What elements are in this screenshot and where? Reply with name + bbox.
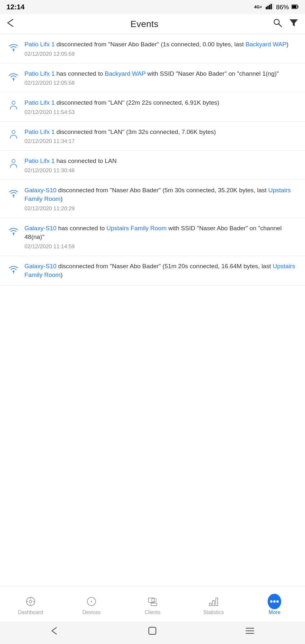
status-bar: 12:14 4G+ 86%	[0, 0, 305, 14]
device-link[interactable]: Galaxy-S10	[24, 225, 56, 232]
event-plain-text: has connected to	[56, 225, 106, 232]
device-link[interactable]: Galaxy-S10	[24, 187, 56, 194]
svg-rect-29	[151, 603, 157, 606]
event-content: Patio Lifx 1 disconnected from "LAN" (22…	[22, 98, 300, 116]
device-link[interactable]: Patio Lifx 1	[24, 70, 55, 77]
ap-link[interactable]: Backyard WAP	[245, 41, 286, 48]
nav-label-statistics: Statistics	[203, 610, 224, 615]
event-timestamp: 02/12/2020 11:54:53	[24, 109, 300, 116]
status-right: 4G+ 86%	[254, 3, 299, 11]
event-timestamp: 02/12/2020 11:30:46	[24, 167, 300, 174]
event-plain-text: disconnected from "Naser Abo Bader" (1s …	[55, 41, 245, 48]
event-text: Patio Lifx 1 disconnected from "LAN" (3m…	[24, 128, 300, 137]
ap-link[interactable]: Upstairs Family Room	[107, 225, 167, 232]
devices-icon	[85, 595, 98, 608]
svg-rect-31	[209, 603, 211, 606]
event-item[interactable]: Patio Lifx 1 disconnected from "LAN" (3m…	[0, 122, 305, 151]
svg-point-14	[12, 101, 15, 104]
event-item[interactable]: Patio Lifx 1 disconnected from "LAN" (22…	[0, 92, 305, 122]
event-text: Galaxy-S10 disconnected from "Naser Abo …	[24, 262, 300, 279]
header: Events	[0, 14, 305, 34]
svg-point-35	[273, 600, 276, 602]
filter-icon[interactable]	[289, 18, 299, 30]
event-plain-text: )	[61, 271, 62, 278]
svg-rect-32	[213, 601, 214, 606]
events-list: Patio Lifx 1 disconnected from "Naser Ab…	[0, 34, 305, 586]
dashboard-icon	[24, 595, 37, 608]
nav-item-devices[interactable]: Devices	[61, 590, 122, 620]
device-link[interactable]: Patio Lifx 1	[24, 157, 55, 164]
event-item[interactable]: Patio Lifx 1 has connected to LAN 02/12/…	[0, 151, 305, 180]
sys-back-button[interactable]	[51, 627, 60, 637]
event-plain-text: disconnected from "Naser Abo Bader" (51m…	[56, 263, 272, 270]
clients-icon	[146, 595, 159, 608]
event-item[interactable]: Patio Lifx 1 disconnected from "Naser Ab…	[0, 34, 305, 63]
event-type-icon	[5, 262, 22, 275]
svg-rect-5	[272, 4, 273, 9]
svg-rect-7	[298, 6, 299, 8]
event-timestamp: 02/12/2020 11:34:17	[24, 138, 300, 145]
event-plain-text: )	[286, 41, 288, 48]
event-timestamp: 02/12/2020 11:20:29	[24, 205, 300, 212]
sys-recent-button[interactable]	[245, 627, 254, 637]
event-content: Galaxy-S10 has connected to Upstairs Fam…	[22, 224, 300, 250]
device-link[interactable]: Galaxy-S10	[24, 263, 56, 270]
nav-item-statistics[interactable]: Statistics	[183, 590, 244, 620]
device-link[interactable]: Patio Lifx 1	[24, 41, 55, 48]
device-link[interactable]: Patio Lifx 1	[24, 99, 55, 106]
nav-item-dashboard[interactable]: Dashboard	[0, 590, 61, 620]
svg-point-16	[12, 159, 15, 163]
svg-rect-3	[269, 5, 270, 9]
event-timestamp: 02/12/2020 12:05:59	[24, 51, 300, 57]
ap-link[interactable]: Backyard WAP	[105, 70, 146, 77]
event-text: Patio Lifx 1 disconnected from "Naser Ab…	[24, 40, 300, 49]
event-timestamp: 02/12/2020 12:05:58	[24, 80, 300, 86]
svg-rect-33	[216, 598, 218, 606]
svg-point-21	[29, 600, 32, 603]
back-button[interactable]	[6, 19, 16, 29]
svg-rect-4	[271, 4, 272, 9]
nav-item-more[interactable]: More	[244, 590, 305, 620]
event-item[interactable]: Patio Lifx 1 has connected to Backyard W…	[0, 63, 305, 93]
svg-point-36	[276, 600, 279, 602]
svg-marker-11	[290, 19, 298, 26]
event-item[interactable]: Galaxy-S10 disconnected from "Naser Abo …	[0, 180, 305, 218]
svg-text:4G+: 4G+	[254, 5, 262, 9]
nav-label-clients: Clients	[145, 610, 160, 615]
event-content: Patio Lifx 1 has connected to LAN 02/12/…	[22, 156, 300, 174]
header-actions	[273, 18, 299, 30]
event-text: Patio Lifx 1 has connected to LAN	[24, 156, 300, 166]
event-plain-text: disconnected from "LAN" (22m 22s connect…	[55, 99, 219, 106]
svg-point-27	[91, 601, 92, 602]
event-type-icon	[5, 186, 22, 199]
signal-icon	[266, 4, 273, 11]
event-timestamp: 02/12/2020 11:14:59	[24, 243, 300, 250]
event-plain-text: with SSID "Naser Abo Bader" on "channel …	[146, 70, 279, 77]
svg-rect-37	[149, 627, 156, 634]
event-content: Galaxy-S10 disconnected from "Naser Abo …	[22, 186, 300, 212]
search-icon[interactable]	[273, 18, 282, 30]
nav-item-clients[interactable]: Clients	[122, 590, 183, 620]
event-type-icon	[5, 156, 22, 169]
bottom-navigation: Dashboard Devices Clients	[0, 586, 305, 621]
event-text: Galaxy-S10 disconnected from "Naser Abo …	[24, 186, 300, 204]
nav-label-devices: Devices	[82, 610, 101, 615]
event-text: Patio Lifx 1 has connected to Backyard W…	[24, 69, 300, 78]
event-item[interactable]: Galaxy-S10 disconnected from "Naser Abo …	[0, 256, 305, 286]
event-type-icon	[5, 128, 22, 140]
event-type-icon	[5, 98, 22, 111]
event-item[interactable]: Galaxy-S10 has connected to Upstairs Fam…	[0, 218, 305, 256]
page-title: Events	[130, 19, 158, 29]
event-plain-text: )	[61, 195, 62, 202]
more-icon	[268, 595, 281, 608]
nav-label-more: More	[269, 610, 280, 615]
event-type-icon	[5, 40, 22, 53]
svg-rect-2	[267, 6, 269, 9]
device-link[interactable]: Patio Lifx 1	[24, 128, 55, 135]
event-content: Patio Lifx 1 has connected to Backyard W…	[22, 69, 300, 87]
battery-icon	[291, 4, 299, 11]
event-plain-text: disconnected from "LAN" (3m 32s connecte…	[55, 128, 216, 135]
system-navigation	[0, 621, 305, 644]
sys-home-button[interactable]	[148, 626, 157, 638]
statistics-icon	[207, 595, 220, 608]
